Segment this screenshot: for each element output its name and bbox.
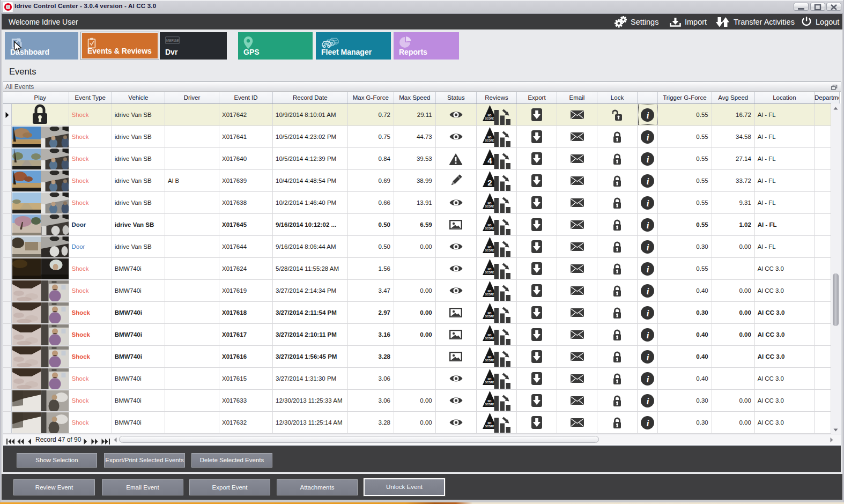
- svg-text:4: 4: [487, 156, 492, 165]
- svg-text:SCORE: SCORE: [485, 315, 494, 318]
- svg-text:MERGE: MERGE: [166, 39, 180, 42]
- svg-text:NO: NO: [488, 202, 492, 205]
- svg-text:SCORE: SCORE: [485, 227, 494, 230]
- svg-text:SCORE: SCORE: [485, 403, 494, 406]
- svg-text:NO: NO: [488, 290, 492, 293]
- svg-text:NO: NO: [488, 136, 492, 139]
- svg-text:SCORE: SCORE: [485, 205, 494, 208]
- svg-text:SCORE: SCORE: [485, 425, 494, 428]
- svg-text:i: i: [647, 286, 649, 297]
- svg-text:SCORE: SCORE: [485, 117, 494, 120]
- svg-text:NO: NO: [488, 312, 492, 315]
- svg-text:NO: NO: [488, 246, 492, 249]
- svg-text:i: i: [647, 154, 649, 165]
- svg-text:i: i: [647, 264, 649, 275]
- svg-text:i: i: [647, 110, 649, 121]
- svg-text:i: i: [647, 242, 649, 253]
- svg-text:NO: NO: [488, 400, 492, 403]
- svg-text:NO: NO: [488, 422, 492, 425]
- svg-text:i: i: [647, 198, 649, 209]
- svg-text:i: i: [647, 330, 649, 340]
- svg-text:i: i: [647, 352, 649, 362]
- svg-text:SCORE: SCORE: [485, 249, 494, 252]
- svg-text:SCORE: SCORE: [485, 359, 494, 362]
- svg-text:NO: NO: [488, 114, 492, 117]
- svg-text:2: 2: [487, 178, 492, 187]
- svg-text:NO: NO: [488, 356, 492, 359]
- svg-text:SCORE: SCORE: [485, 293, 494, 296]
- svg-text:i: i: [647, 176, 649, 187]
- svg-text:i: i: [647, 308, 649, 318]
- svg-text:NO: NO: [488, 268, 492, 271]
- svg-text:SCORE: SCORE: [485, 139, 494, 142]
- svg-text:NO: NO: [488, 334, 492, 337]
- svg-text:i: i: [647, 396, 649, 406]
- svg-text:i: i: [647, 374, 649, 384]
- svg-text:SCORE: SCORE: [485, 381, 494, 384]
- svg-text:NO: NO: [488, 378, 492, 381]
- svg-text:SCORE: SCORE: [485, 337, 494, 340]
- svg-text:i: i: [647, 220, 649, 231]
- svg-text:SCORE: SCORE: [485, 271, 494, 274]
- svg-text:i: i: [647, 132, 649, 143]
- svg-text:NO: NO: [488, 224, 492, 227]
- svg-text:i: i: [647, 418, 649, 428]
